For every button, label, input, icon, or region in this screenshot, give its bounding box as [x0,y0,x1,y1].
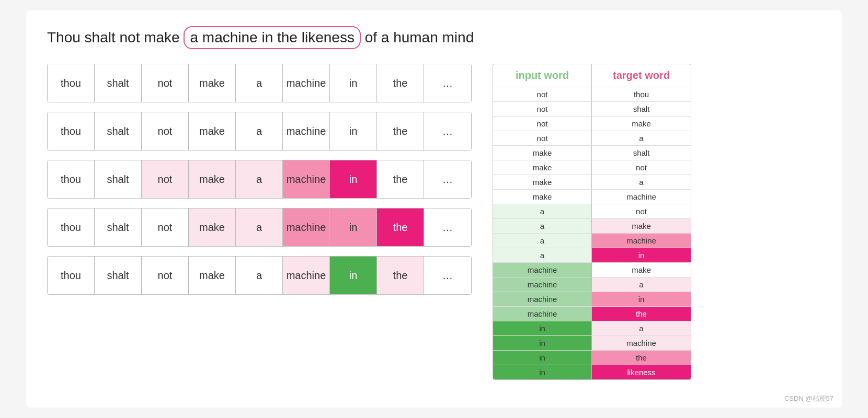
main-container: Thou shalt not make a machine in the lik… [26,10,842,408]
table-input-8: a [493,204,592,218]
table-input-4: make [493,146,592,160]
word-cell-r2-c6: machine [283,112,330,150]
table-row: ina [493,321,691,336]
table-target-6: a [592,175,691,189]
table-input-11: a [493,248,592,262]
word-cell-r3-c2: shalt [95,160,142,198]
title-line: Thou shalt not make a machine in the lik… [47,26,821,49]
word-cell-r3-c8: the [377,160,424,198]
table-target-8: not [592,204,691,218]
table-target-5: not [592,160,691,175]
word-cell-r1-c2: shalt [95,64,142,102]
word-row-1: thoushaltnotmakeamachineinthe… [47,64,472,102]
table-target-19: likeness [592,365,691,379]
title-after: of a human mind [361,29,474,45]
table-body: notthounotshaltnotmakenotamakeshaltmaken… [493,87,691,379]
table-input-10: a [493,234,592,248]
table-input-16: in [493,321,592,335]
word-cell-r3-c7: in [330,160,377,198]
table-target-11: in [592,248,691,262]
word-cell-r3-c1: thou [48,160,95,198]
table-target-3: a [592,131,691,145]
word-row-4: thoushaltnotmakeamachineinthe… [47,208,472,247]
table-target-4: shalt [592,146,691,160]
word-cell-r5-c8: the [377,257,424,294]
word-cell-r5-c1: thou [48,257,95,294]
table-row: machinea [493,277,691,292]
table-input-19: in [493,365,592,379]
word-cell-r1-c3: not [142,64,189,102]
main-layout: thoushaltnotmakeamachineinthe…thoushaltn… [47,64,821,380]
table-target-15: the [592,307,691,321]
word-cell-r3-c6: machine [283,160,330,198]
table-input-5: make [493,160,592,175]
word-cell-r4-c3: not [142,208,189,246]
word-cell-r5-c7: in [330,257,377,294]
table-target-7: machine [592,190,691,204]
watermark: CSDN @桔梗57 [784,394,833,403]
input-word-header: input word [493,64,592,87]
table-target-17: machine [592,336,691,350]
word-cell-r1-c6: machine [283,64,330,102]
table-row: machinethe [493,307,691,321]
word-cell-r2-c8: the [377,112,424,150]
word-cell-r1-c7: in [330,64,377,102]
word-cell-r4-c4: make [189,208,236,246]
table-target-14: in [592,292,691,306]
table-row: makenot [493,160,691,175]
word-cell-r4-c7: in [330,208,377,246]
word-cell-r3-c9: … [424,160,471,198]
table-row: nota [493,131,691,146]
table-row: amake [493,219,691,234]
table-input-17: in [493,336,592,350]
table-input-9: a [493,219,592,233]
word-cell-r3-c3: not [142,160,189,198]
word-cell-r2-c4: make [189,112,236,150]
table-target-9: make [592,219,691,233]
table-row: notmake [493,117,691,131]
word-cell-r2-c5: a [236,112,283,150]
table-row: machinemake [493,263,691,277]
table-input-7: make [493,190,592,204]
word-cell-r4-c2: shalt [95,208,142,246]
table-row: amachine [493,234,691,248]
word-cell-r1-c8: the [377,64,424,102]
target-word-header: target word [592,64,691,87]
left-panel: thoushaltnotmakeamachineinthe…thoushaltn… [47,64,472,295]
word-cell-r4-c9: … [424,208,471,246]
word-row-2: thoushaltnotmakeamachineinthe… [47,112,472,150]
table-input-0: not [493,87,592,101]
table-target-10: machine [592,234,691,248]
word-cell-r3-c4: make [189,160,236,198]
table-target-2: make [592,117,691,131]
word-cell-r1-c4: make [189,64,236,102]
table-row: notshalt [493,102,691,117]
table-header: input word target word [493,64,691,87]
table-input-3: not [493,131,592,145]
word-row-3: thoushaltnotmakeamachineinthe… [47,160,472,199]
table-input-13: machine [493,277,592,292]
table-row: makemachine [493,190,691,204]
table-target-16: a [592,321,691,335]
word-cell-r2-c7: in [330,112,377,150]
table-target-18: the [592,351,691,365]
word-cell-r5-c2: shalt [95,257,142,294]
table-row: inthe [493,351,691,365]
word-cell-r5-c4: make [189,257,236,294]
title-highlight: a machine in the likeness [184,26,360,49]
word-cell-r4-c6: machine [283,208,330,246]
table-row: notthou [493,87,691,102]
word-cell-r4-c5: a [236,208,283,246]
table-input-2: not [493,117,592,131]
word-cell-r5-c5: a [236,257,283,294]
table-row: inmachine [493,336,691,351]
table-row: machinein [493,292,691,307]
word-cell-r2-c3: not [142,112,189,150]
word-cell-r4-c8: the [377,208,424,246]
table-target-12: make [592,263,691,277]
table-input-6: make [493,175,592,189]
right-panel: input word target word notthounotshaltno… [493,64,691,380]
table-row: anot [493,204,691,219]
word-cell-r5-c9: … [424,257,471,294]
table-target-13: a [592,277,691,292]
